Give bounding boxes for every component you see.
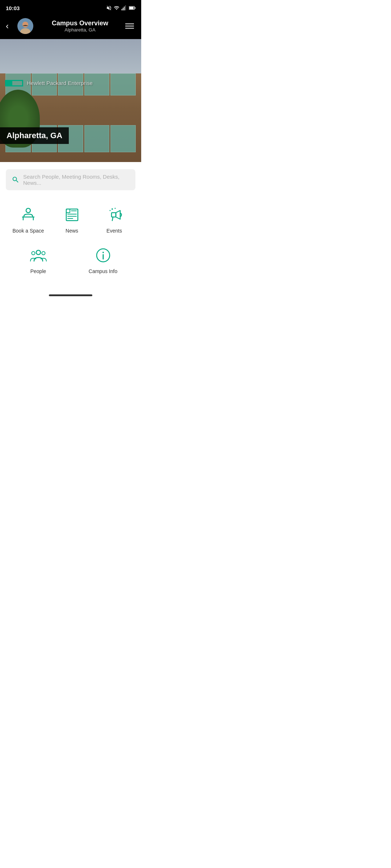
building-image: Hewlett Packard Enterprise Alpharetta, G…	[0, 39, 141, 162]
events-button[interactable]: Events	[100, 205, 129, 234]
menu-line-3	[125, 28, 134, 29]
bottom-bar	[0, 292, 141, 301]
mute-icon	[106, 5, 112, 11]
status-icons	[106, 5, 135, 11]
hero-image: Hewlett Packard Enterprise Alpharetta, G…	[0, 39, 141, 162]
svg-point-11	[26, 208, 30, 213]
news-icon	[62, 205, 82, 225]
people-icon	[28, 245, 49, 265]
svg-rect-1	[123, 8, 123, 10]
svg-rect-16	[66, 209, 70, 213]
people-button[interactable]: People	[24, 245, 53, 274]
svg-point-27	[31, 252, 35, 255]
signal-icon	[121, 5, 127, 11]
page-title: Campus Overview	[36, 20, 124, 27]
header: ‹ Campus Overview Alpharetta, GA	[0, 14, 141, 39]
news-label: News	[66, 228, 78, 234]
search-bar[interactable]: Search People, Meeting Rooms, Desks, New…	[6, 169, 135, 190]
svg-point-22	[112, 208, 113, 210]
svg-rect-6	[129, 7, 134, 9]
svg-point-23	[114, 208, 115, 209]
home-indicator	[49, 294, 92, 296]
back-button[interactable]: ‹	[6, 21, 17, 31]
location-label: Alpharetta, GA	[0, 127, 69, 144]
book-space-label: Book a Space	[12, 228, 44, 234]
status-time: 10:03	[6, 5, 20, 11]
status-bar: 10:03	[0, 0, 141, 14]
svg-rect-3	[125, 5, 126, 10]
svg-point-10	[22, 22, 28, 27]
building-name: Hewlett Packard Enterprise	[27, 80, 93, 87]
header-left: ‹	[6, 18, 36, 34]
svg-point-26	[36, 250, 41, 255]
actions-row-1: Book a Space News	[6, 205, 135, 234]
hpe-logo	[5, 80, 23, 86]
book-space-icon	[18, 205, 38, 225]
header-center: Campus Overview Alpharetta, GA	[36, 20, 124, 33]
menu-line-2	[125, 26, 134, 26]
search-icon	[12, 176, 20, 184]
search-section: Search People, Meeting Rooms, Desks, New…	[0, 162, 141, 196]
news-button[interactable]: News	[58, 205, 87, 234]
svg-rect-5	[135, 7, 135, 9]
svg-line-25	[112, 217, 113, 221]
window-pane	[110, 125, 136, 152]
search-placeholder: Search People, Meeting Rooms, Desks, New…	[23, 174, 130, 186]
hpe-signage: Hewlett Packard Enterprise	[5, 80, 93, 87]
campus-info-icon	[93, 245, 113, 265]
svg-point-30	[102, 252, 104, 253]
svg-rect-2	[124, 7, 125, 10]
window-pane	[84, 125, 110, 152]
campus-info-label: Campus Info	[89, 268, 117, 274]
avatar[interactable]	[17, 18, 33, 34]
book-space-button[interactable]: Book a Space	[12, 205, 44, 234]
wifi-icon	[114, 5, 119, 11]
avatar-image	[17, 18, 33, 34]
battery-icon	[129, 6, 135, 10]
tree-decoration	[0, 90, 43, 162]
window-pane	[110, 73, 136, 95]
people-label: People	[30, 268, 46, 274]
svg-point-24	[109, 210, 110, 211]
svg-rect-21	[112, 213, 116, 217]
page-subtitle: Alpharetta, GA	[36, 27, 124, 33]
menu-button[interactable]	[124, 22, 135, 30]
events-icon	[104, 205, 125, 225]
svg-point-28	[42, 252, 45, 255]
actions-row-2: People Campus Info	[6, 245, 135, 274]
menu-line-1	[125, 24, 134, 24]
svg-rect-0	[122, 9, 122, 10]
events-label: Events	[106, 228, 122, 234]
campus-info-button[interactable]: Campus Info	[89, 245, 118, 274]
quick-actions: Book a Space News	[0, 196, 141, 292]
